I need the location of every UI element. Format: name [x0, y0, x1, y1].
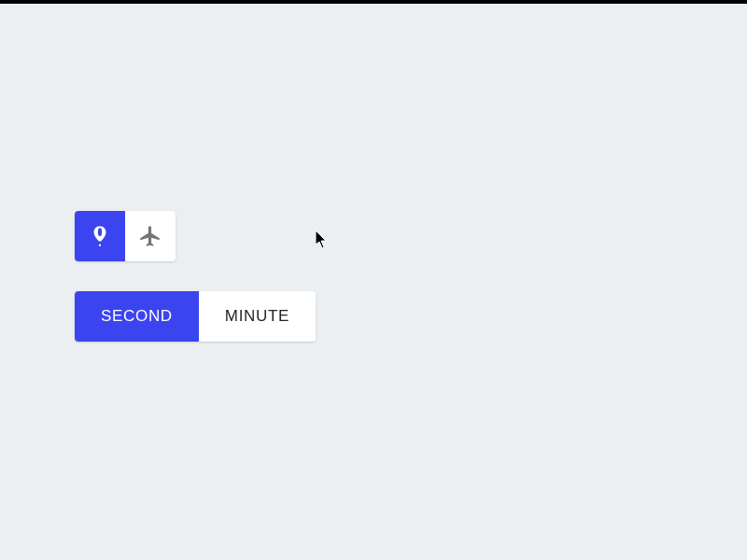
time-unit-minute-label: MINUTE [225, 307, 289, 326]
travel-mode-toggle [75, 211, 176, 261]
app-canvas: SECOND MINUTE [0, 4, 747, 560]
time-unit-minute[interactable]: MINUTE [199, 291, 316, 342]
travel-mode-balloon[interactable] [75, 211, 125, 261]
travel-mode-airplane[interactable] [125, 211, 176, 261]
time-unit-second-label: SECOND [101, 307, 173, 326]
mouse-cursor [316, 231, 329, 249]
airplane-icon [138, 224, 162, 248]
balloon-icon [88, 224, 112, 248]
svg-point-0 [98, 228, 102, 236]
time-unit-toggle: SECOND MINUTE [75, 291, 316, 342]
time-unit-second[interactable]: SECOND [75, 291, 199, 342]
controls-stack: SECOND MINUTE [75, 211, 316, 342]
